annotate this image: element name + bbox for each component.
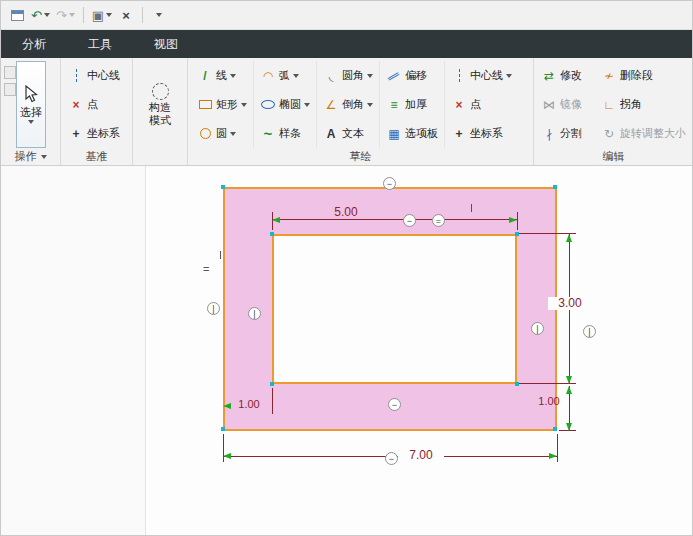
thicken-button[interactable]: ≡加厚	[382, 90, 442, 119]
vertex[interactable]	[270, 232, 274, 236]
delete-segment-icon: ≁	[601, 68, 617, 84]
corner-icon: ∟	[601, 97, 617, 113]
save-button[interactable]	[7, 4, 27, 26]
chevron-down-icon	[106, 13, 112, 17]
line-button[interactable]: /线	[193, 61, 251, 90]
offset-button[interactable]: ∥偏移	[382, 61, 442, 90]
close-window-button[interactable]: ×	[116, 4, 136, 26]
chevron-down-icon	[41, 155, 47, 159]
text-button[interactable]: A文本	[319, 119, 377, 148]
dimension-handle[interactable]: =	[432, 214, 445, 227]
dimension-handle[interactable]: −	[383, 177, 396, 190]
vertical-constraint-symbol[interactable]	[220, 251, 221, 259]
chamfer-button[interactable]: ∠倒角	[319, 90, 377, 119]
application-window: ↶ ↷ ▣ × 分析 工具 视图 选择	[0, 0, 693, 536]
coordinate-system-icon: +	[451, 126, 467, 142]
mirror-button[interactable]: ⋈镜像	[537, 90, 597, 119]
constraint-handle[interactable]: |	[207, 302, 220, 315]
group-label-datum: 基准	[61, 148, 132, 165]
dimension-outer-width[interactable]: 7.00	[398, 449, 444, 462]
vertex[interactable]	[553, 185, 557, 189]
construction-mode-button[interactable]: 构造 模式	[146, 61, 174, 148]
windows-icon: ▣	[92, 9, 104, 22]
equal-constraint-symbol[interactable]: =	[203, 264, 209, 275]
palette-button[interactable]: ▦选项板	[382, 119, 442, 148]
close-icon: ×	[122, 9, 130, 22]
dimension-wall-left[interactable]: 1.00	[230, 398, 268, 411]
vertex[interactable]	[553, 427, 557, 431]
chevron-down-icon	[28, 120, 34, 124]
ellipse-button[interactable]: 椭圆	[256, 90, 314, 119]
point-datum-button[interactable]: ×点	[64, 90, 129, 119]
modify-button[interactable]: ⇄修改	[537, 61, 597, 90]
tab-view[interactable]: 视图	[133, 30, 199, 58]
group-label-construction	[133, 148, 187, 165]
undo-button[interactable]: ↶	[29, 4, 52, 26]
ribbon: 选择 操作 中心线 ×点 +坐标系 基准 构造 模式	[1, 58, 693, 166]
vertex[interactable]	[221, 185, 225, 189]
dimension-handle[interactable]: −	[403, 214, 416, 227]
ribbon-tab-bar: 分析 工具 视图	[1, 30, 693, 58]
sketch-point-button[interactable]: ×点	[447, 90, 516, 119]
circle-icon	[197, 126, 213, 142]
dimension-wall-bottom-right[interactable]: 1.00	[530, 395, 568, 408]
vertex[interactable]	[270, 382, 274, 386]
vertex[interactable]	[221, 427, 225, 431]
redo-button[interactable]: ↷	[54, 4, 77, 26]
group-label-operations[interactable]: 操作	[1, 148, 60, 165]
divide-button[interactable]: ∤分割	[537, 119, 597, 148]
constraint-handle[interactable]: |	[248, 307, 261, 320]
corner-button[interactable]: ∟拐角	[597, 90, 646, 119]
arrowhead	[223, 453, 231, 459]
group-datum: 中心线 ×点 +坐标系 基准	[61, 58, 133, 165]
group-sketch: /线 矩形 圆 ◠弧 椭圆 ~样条 ◟圆角 ∠倒角 A文本 ∥偏移 ≡加厚	[188, 58, 534, 165]
arc-icon: ◠	[260, 68, 276, 84]
arc-button[interactable]: ◠弧	[256, 61, 314, 90]
arrowhead	[566, 234, 572, 242]
inner-rectangle[interactable]	[272, 234, 517, 384]
quick-access-toolbar: ↶ ↷ ▣ ×	[1, 1, 693, 30]
select-button[interactable]: 选择	[16, 61, 46, 148]
left-panel	[1, 166, 146, 536]
vertical-constraint-symbol[interactable]	[471, 204, 472, 212]
spline-button[interactable]: ~样条	[256, 119, 314, 148]
construction-circle-icon	[152, 83, 169, 100]
thicken-icon: ≡	[386, 97, 402, 113]
circle-button[interactable]: 圆	[193, 119, 251, 148]
group-operations: 选择 操作	[1, 58, 61, 165]
dimension-handle[interactable]: −	[385, 452, 398, 465]
chevron-down-icon	[230, 132, 236, 136]
dimension-inner-height[interactable]: 3.00	[548, 297, 592, 310]
paste-icon[interactable]	[4, 66, 16, 79]
select-label: 选择	[20, 107, 42, 118]
chamfer-icon: ∠	[323, 97, 339, 113]
fillet-button[interactable]: ◟圆角	[319, 61, 377, 90]
arrowhead	[549, 453, 557, 459]
point-icon: ×	[68, 97, 84, 113]
sketch-csys-button[interactable]: +坐标系	[447, 119, 516, 148]
constraint-handle[interactable]: |	[583, 325, 596, 338]
sketch-canvas[interactable]: 5.00 3.00 1.00 1.00 7.00 − | | | | − − −	[146, 166, 693, 536]
line-icon: /	[197, 68, 213, 84]
rectangle-button[interactable]: 矩形	[193, 90, 251, 119]
arrowhead	[566, 376, 572, 384]
csys-datum-button[interactable]: +坐标系	[64, 119, 129, 148]
tab-analysis[interactable]: 分析	[1, 30, 67, 58]
paste-special-icon[interactable]	[4, 83, 16, 96]
windows-button[interactable]: ▣	[90, 4, 114, 26]
dimension-inner-width[interactable]: 5.00	[318, 206, 374, 219]
sketch-centerline-button[interactable]: 中心线	[447, 61, 516, 90]
arrowhead	[566, 386, 572, 394]
delete-segment-button[interactable]: ≁删除段	[597, 61, 657, 90]
customize-toolbar-button[interactable]	[149, 4, 169, 26]
group-construction: 构造 模式	[133, 58, 188, 165]
tab-tools[interactable]: 工具	[67, 30, 133, 58]
dimension-handle[interactable]: −	[388, 398, 401, 411]
offset-icon: ∥	[386, 68, 402, 84]
constraint-handle[interactable]: |	[531, 322, 544, 335]
rotate-resize-button[interactable]: ↻旋转调整大小	[597, 119, 690, 148]
palette-icon: ▦	[386, 126, 402, 142]
chevron-down-icon	[304, 103, 310, 107]
centerline-datum-button[interactable]: 中心线	[64, 61, 129, 90]
arrowhead	[509, 217, 517, 223]
